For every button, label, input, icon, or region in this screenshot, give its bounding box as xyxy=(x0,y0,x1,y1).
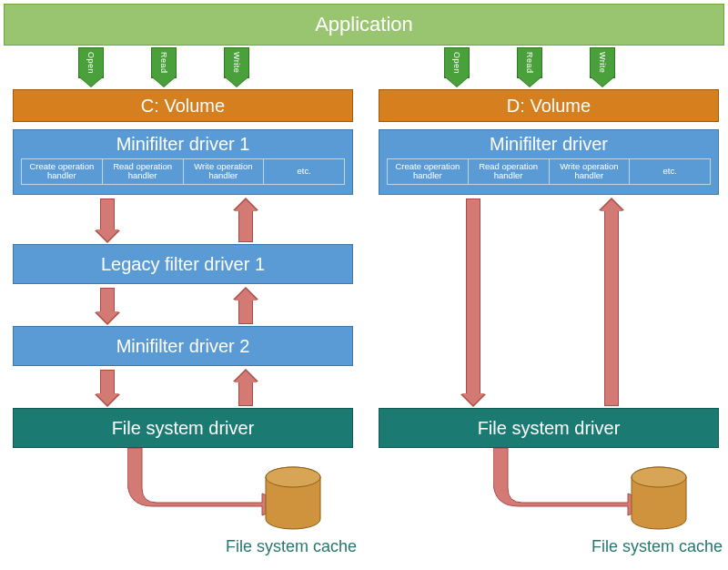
fs-driver-left-label: File system driver xyxy=(112,418,255,439)
handlers-row-left: Create operation handler Read operation … xyxy=(21,158,345,185)
arrow-up-3 xyxy=(238,381,253,406)
handler-etc: etc. xyxy=(264,159,344,184)
svg-point-3 xyxy=(632,467,686,487)
handler-read: Read operation handler xyxy=(103,159,184,184)
cache-label-left: File system cache xyxy=(226,537,357,556)
volume-d-label: D: Volume xyxy=(507,96,591,117)
minifilter-right-box: Minifilter driver Create operation handl… xyxy=(379,129,719,195)
minifilter-1-title: Minifilter driver 1 xyxy=(14,134,352,155)
volume-c-box: C: Volume xyxy=(13,89,353,122)
arrow-down-2 xyxy=(100,288,115,313)
fs-driver-right-label: File system driver xyxy=(478,418,621,439)
arrow-up-right xyxy=(604,209,619,406)
open-label-r: Open xyxy=(452,52,461,74)
legacy-filter-box: Legacy filter driver 1 xyxy=(13,244,353,284)
minifilter-2-label: Minifilter driver 2 xyxy=(116,336,250,357)
cache-cylinder-right xyxy=(630,466,688,530)
minifilter-1-box: Minifilter driver 1 Create operation han… xyxy=(13,129,353,195)
legacy-filter-label: Legacy filter driver 1 xyxy=(101,254,265,275)
handlers-row-right: Create operation handler Read operation … xyxy=(387,158,711,185)
fs-driver-left-box: File system driver xyxy=(13,408,353,448)
open-label: Open xyxy=(86,52,96,74)
write-arrow-left: Write xyxy=(224,47,249,78)
svg-point-1 xyxy=(266,467,320,487)
read-arrow-right: Read xyxy=(517,47,542,78)
open-arrow-left: Open xyxy=(78,47,104,78)
arrow-down-1 xyxy=(100,198,115,231)
read-label-r: Read xyxy=(525,52,534,74)
arrow-up-1 xyxy=(238,209,253,242)
fs-driver-right-box: File system driver xyxy=(379,408,719,448)
arrow-down-right xyxy=(466,198,480,395)
minifilter-right-title: Minifilter driver xyxy=(379,134,718,155)
open-arrow-right: Open xyxy=(444,47,470,78)
write-label-r: Write xyxy=(598,52,607,73)
handler-read-r: Read operation handler xyxy=(469,159,550,184)
handler-create-r: Create operation handler xyxy=(388,159,469,184)
write-arrow-right: Write xyxy=(590,47,615,78)
cache-cylinder-left xyxy=(264,466,322,530)
read-arrow-left: Read xyxy=(151,47,177,78)
handler-write-r: Write operation handler xyxy=(550,159,631,184)
application-box: Application xyxy=(4,4,724,46)
handler-etc-r: etc. xyxy=(630,159,710,184)
volume-c-label: C: Volume xyxy=(141,96,225,117)
arrow-up-2 xyxy=(238,299,253,324)
cache-label-right: File system cache xyxy=(592,537,723,556)
handler-create: Create operation handler xyxy=(22,159,103,184)
handler-write: Write operation handler xyxy=(184,159,265,184)
write-label: Write xyxy=(232,52,241,73)
arrow-down-3 xyxy=(100,370,115,395)
volume-d-box: D: Volume xyxy=(379,89,719,122)
read-label: Read xyxy=(159,52,168,74)
minifilter-2-box: Minifilter driver 2 xyxy=(13,326,353,366)
application-label: Application xyxy=(315,13,413,36)
